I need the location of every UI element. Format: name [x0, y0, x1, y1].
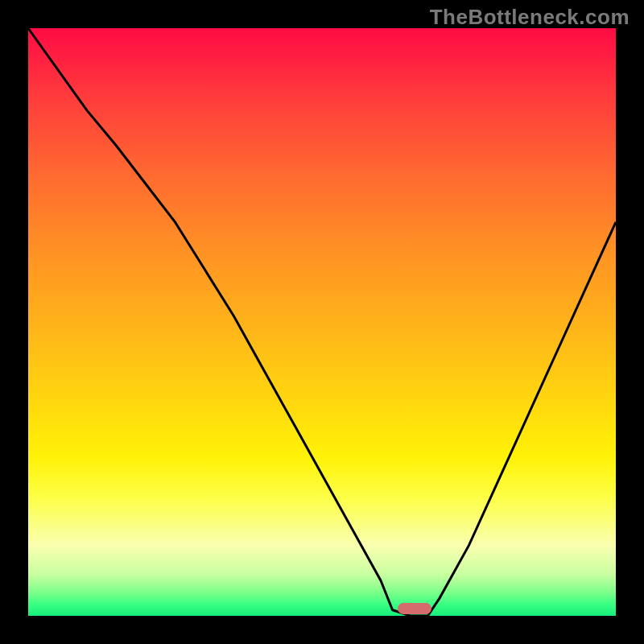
optimal-marker [398, 603, 431, 614]
bottleneck-curve [0, 0, 644, 644]
chart-frame: TheBottleneck.com [0, 0, 644, 644]
curve-path [28, 28, 616, 616]
watermark-text: TheBottleneck.com [430, 5, 630, 30]
